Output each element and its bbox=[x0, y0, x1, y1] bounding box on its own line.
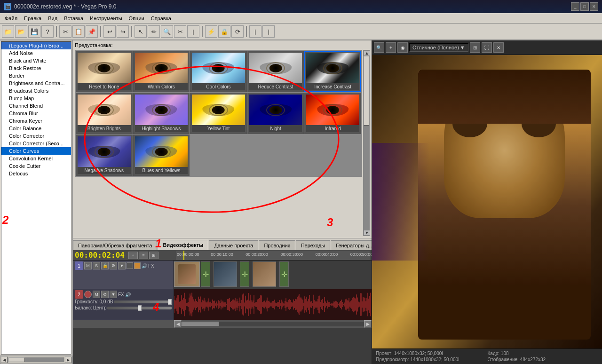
track-lock-btn[interactable]: 🔒 bbox=[101, 262, 109, 269]
tab-video-effects[interactable]: Видеоэффекты bbox=[158, 240, 208, 250]
scroll-track[interactable] bbox=[182, 322, 364, 326]
preset-scroll-down[interactable]: ▼ bbox=[364, 230, 370, 236]
new-button[interactable]: 📁 bbox=[2, 25, 14, 38]
preset-yellow[interactable]: Yellow Tint bbox=[190, 93, 247, 134]
preset-reduce[interactable]: Reduce Contrast bbox=[247, 51, 304, 92]
zoom-tool[interactable]: 🔍 bbox=[161, 25, 173, 38]
effect-item-colorcorrector[interactable]: Color Corrector bbox=[1, 132, 71, 140]
scroll-left-btn[interactable]: ◀ bbox=[174, 320, 182, 328]
scroll-track[interactable] bbox=[8, 357, 64, 362]
video-clip-6[interactable]: ✛ bbox=[279, 261, 289, 287]
audio-record-btn[interactable] bbox=[84, 291, 92, 298]
set-in[interactable]: [ bbox=[249, 25, 261, 38]
tab-generators[interactable]: Генераторы д... bbox=[331, 240, 372, 250]
menu-options[interactable]: Опции bbox=[126, 15, 147, 22]
effect-item-channel[interactable]: Channel Blend bbox=[1, 102, 71, 110]
effects-list[interactable]: (Legacy Plug-In) Broa... Add Noise Black… bbox=[1, 41, 71, 355]
preview-close[interactable]: ✕ bbox=[493, 42, 504, 53]
effect-item-bump[interactable]: Bump Map bbox=[1, 95, 71, 102]
list-scrollbar[interactable]: ◀ ▶ bbox=[0, 356, 72, 364]
copy-button[interactable]: 📋 bbox=[72, 25, 85, 38]
cut-button[interactable]: ✂ bbox=[59, 25, 71, 38]
preview-split[interactable]: ⊞ bbox=[470, 42, 480, 53]
minimize-button[interactable]: _ bbox=[571, 2, 579, 11]
preset-blues-yellows[interactable]: Blues and Yellows bbox=[133, 135, 190, 176]
effect-item-addnoise[interactable]: Add Noise bbox=[1, 49, 71, 57]
preset-infrared[interactable]: Infrared bbox=[304, 93, 361, 134]
effect-item-chromablur[interactable]: Chroma Blur bbox=[1, 110, 71, 117]
menu-view[interactable]: Вид bbox=[45, 15, 60, 22]
maximize-button[interactable]: □ bbox=[580, 2, 589, 11]
preset-neg-shadow[interactable]: Negative Shadows bbox=[76, 135, 133, 176]
preset-night[interactable]: Night bbox=[247, 93, 304, 134]
preview-fullscreen[interactable]: ⛶ bbox=[482, 42, 492, 53]
video-clip-3[interactable] bbox=[214, 261, 237, 287]
track-settings-btn[interactable]: ⚙ bbox=[110, 262, 117, 269]
close-button[interactable]: ✕ bbox=[590, 2, 598, 11]
track-solo-btn[interactable]: S bbox=[93, 262, 100, 269]
video-track-content[interactable]: ✛ ✛ ✛ bbox=[174, 261, 372, 289]
effect-item-colorcurves[interactable]: Color Curves bbox=[1, 147, 71, 155]
tab-transitions[interactable]: Переходы bbox=[296, 240, 331, 250]
effect-item-defocus[interactable]: Defocus bbox=[1, 170, 71, 177]
preset-brighten[interactable]: Brighten Brights bbox=[76, 93, 133, 134]
tab-project-data[interactable]: Данные проекта bbox=[209, 240, 258, 250]
tab-panorama[interactable]: Панорама/Обрезка фрагмента bbox=[73, 240, 157, 250]
split-tool[interactable]: | bbox=[187, 25, 199, 38]
preset-increase[interactable]: Increase Contrast bbox=[304, 51, 361, 92]
effect-item-border[interactable]: Border bbox=[1, 72, 71, 79]
menu-file[interactable]: Файл bbox=[2, 15, 20, 22]
effect-item-legacy[interactable]: (Legacy Plug-In) Broa... bbox=[1, 42, 71, 49]
scroll-thumb[interactable] bbox=[182, 322, 219, 326]
effect-item-cookie[interactable]: Cookie Cutter bbox=[1, 162, 71, 170]
video-clip-5[interactable] bbox=[253, 261, 276, 287]
menu-tools[interactable]: Инструменты bbox=[87, 15, 125, 22]
volume-slider[interactable] bbox=[114, 301, 172, 303]
track-visible-btn[interactable] bbox=[127, 262, 133, 269]
effect-item-broadcast[interactable]: Broadcast Colors bbox=[1, 87, 71, 95]
save-button[interactable]: 💾 bbox=[28, 25, 40, 38]
preview-zoom-in[interactable]: + bbox=[386, 42, 396, 53]
effect-item-colorbalance[interactable]: Color Balance bbox=[1, 125, 71, 132]
preview-quality[interactable]: ◉ bbox=[397, 42, 408, 53]
track-mute-btn[interactable]: M bbox=[84, 262, 92, 269]
trim-tool[interactable]: ✂ bbox=[174, 25, 186, 38]
effect-item-convolution[interactable]: Convolution Kernel bbox=[1, 155, 71, 162]
preview-zoom-out[interactable]: 🔍 bbox=[374, 42, 384, 53]
set-out[interactable]: ] bbox=[262, 25, 275, 38]
scroll-right[interactable]: ▶ bbox=[65, 356, 71, 363]
video-clip-4[interactable]: ✛ bbox=[240, 261, 249, 287]
effect-item-chromakey[interactable]: Chroma Keyer bbox=[1, 117, 71, 125]
effect-item-bw[interactable]: Black and White bbox=[1, 57, 71, 64]
auto-ripple[interactable]: ⚡ bbox=[205, 25, 217, 38]
scroll-left[interactable]: ◀ bbox=[1, 356, 8, 363]
balance-slider[interactable] bbox=[107, 307, 172, 309]
scroll-right-btn[interactable]: ▶ bbox=[364, 320, 372, 328]
lock-envelopes[interactable]: 🔒 bbox=[218, 25, 230, 38]
audio-mute-btn[interactable]: M bbox=[93, 291, 100, 298]
track-expand-btn[interactable]: ▼ bbox=[118, 262, 126, 269]
menu-insert[interactable]: Вставка bbox=[61, 15, 86, 22]
effect-item-brightness[interactable]: Brightness and Contra... bbox=[1, 79, 71, 87]
video-clip-2[interactable]: ✛ bbox=[201, 261, 210, 287]
menu-edit[interactable]: Правка bbox=[21, 15, 44, 22]
snap-btn[interactable]: ⊞ bbox=[149, 252, 158, 259]
effect-item-colorcorrector2[interactable]: Color Corrector (Seco... bbox=[1, 140, 71, 147]
quality-dropdown[interactable]: Отличное (Полное) ▼ bbox=[409, 43, 468, 52]
edit-tool[interactable]: ✏ bbox=[148, 25, 160, 38]
preset-reset[interactable]: Reset to None bbox=[76, 51, 133, 92]
video-clip-1[interactable] bbox=[174, 261, 200, 287]
preset-scroll-up[interactable]: ▲ bbox=[364, 50, 370, 56]
effect-item-blackrestore[interactable]: Black Restore bbox=[1, 64, 71, 72]
audio-expand-btn[interactable]: ▼ bbox=[110, 291, 117, 298]
preset-cool[interactable]: Cool Colors bbox=[190, 51, 247, 92]
preset-highlight[interactable]: Highlight Shadows bbox=[133, 93, 190, 134]
preset-warm[interactable]: Warm Colors bbox=[133, 51, 190, 92]
audio-settings-btn[interactable]: ⚙ bbox=[101, 291, 109, 298]
add-track-btn[interactable]: + bbox=[128, 252, 138, 259]
sync-cursor[interactable]: ⟳ bbox=[231, 25, 244, 38]
preset-grid-scroll[interactable]: Reset to None Warm Colors bbox=[75, 50, 362, 236]
undo-button[interactable]: ↩ bbox=[103, 25, 116, 38]
select-tool[interactable]: ↖ bbox=[135, 25, 147, 38]
paste-button[interactable]: 📌 bbox=[86, 25, 98, 38]
